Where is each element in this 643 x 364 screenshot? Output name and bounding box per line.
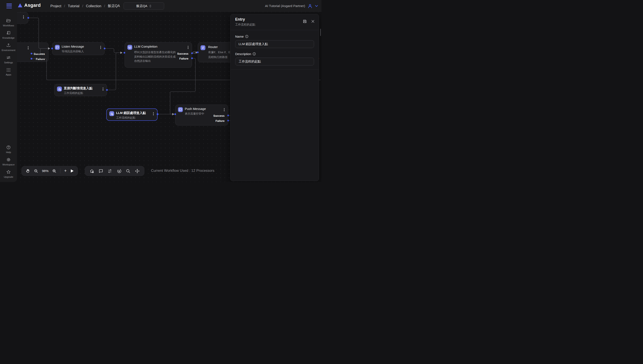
node-description-line1: 依據If、Else If、E	[208, 50, 230, 54]
node-menu-kebab-icon[interactable]	[23, 15, 24, 19]
breadcrumb-item-collection[interactable]: Collection	[86, 4, 101, 8]
sidebar-item-apps[interactable]: Apps	[0, 66, 17, 78]
breadcrumb-separator: /	[64, 4, 65, 8]
help-icon	[6, 145, 11, 150]
entry-point-icon	[109, 111, 114, 116]
message-tool-icon[interactable]	[98, 168, 103, 174]
zoom-level: 98%	[42, 169, 48, 173]
run-play-button[interactable]	[70, 169, 74, 173]
sort-chevrons-icon	[149, 4, 152, 8]
zoom-in-button[interactable]	[52, 169, 56, 173]
workflow-selector-dropdown[interactable]: 飯店QA	[124, 2, 164, 10]
chat-bubble-icon	[55, 45, 60, 50]
node-left-partial[interactable]: Success Failure	[17, 42, 48, 62]
node-subtitle: 工作流程的起點	[64, 91, 83, 95]
output-label-failure: Failure	[179, 57, 188, 60]
node-entry-llm-error-selected[interactable]: LLM 錯誤處理進入點 工作流程的起點	[106, 108, 158, 121]
entry-point-tool-icon[interactable]	[89, 168, 94, 174]
hamburger-menu-icon[interactable]	[6, 4, 12, 8]
node-subtitle: 表示流量控管中	[185, 112, 204, 116]
sidebar-top-group: Workflows Knowledge Environment	[0, 16, 17, 78]
node-title: LLM 錯誤處理進入點	[116, 111, 146, 115]
sidebar-item-workspace[interactable]: Workspace	[0, 155, 17, 168]
save-icon[interactable]	[303, 19, 307, 24]
entry-properties-panel: Entry 工作流程的起點 Name	[230, 14, 319, 181]
node-llm-completion[interactable]: LLM Completion 呼叫大型語言模型並產生結構化的資料輸出以輔助流程的…	[124, 42, 192, 68]
workflow-usage-status: Current Workflow Used : 12 Processors	[151, 168, 214, 173]
info-icon[interactable]	[252, 52, 256, 56]
user-menu[interactable]: AI Tutorial (Asgard Partner)	[265, 0, 318, 12]
chevron-down-icon[interactable]	[315, 5, 318, 7]
node-title: Listen Message	[62, 45, 84, 48]
output-label-failure: Failure	[36, 58, 45, 60]
description-field-label: Description	[235, 52, 314, 56]
sidebar-bottom-group: Help Workspace Upgrade	[0, 143, 17, 180]
sliders-icon	[6, 55, 11, 60]
star-icon	[6, 170, 11, 174]
sidebar-item-workflows[interactable]: Workflows	[0, 16, 17, 28]
user-avatar-icon[interactable]	[308, 4, 312, 8]
sidebar-item-help[interactable]: Help	[0, 143, 17, 155]
sidebar: Workflows Knowledge Environment	[0, 12, 17, 182]
apps-grid-icon	[6, 68, 11, 72]
breadcrumb-item-project[interactable]: Project	[50, 4, 61, 8]
output-label-failure: Failure	[216, 119, 224, 122]
sidebar-item-environment[interactable]: Environment	[0, 41, 17, 53]
toolbar-divider	[60, 168, 60, 174]
breadcrumb-separator: /	[82, 4, 83, 8]
node-menu-kebab-icon[interactable]	[187, 46, 189, 49]
description-input[interactable]: 工作流程的起點	[235, 58, 314, 66]
node-menu-kebab-icon[interactable]	[100, 46, 102, 49]
add-button[interactable]: +	[64, 168, 67, 173]
breadcrumb-item-tutorial[interactable]: Tutorial	[68, 4, 79, 8]
node-menu-kebab-icon[interactable]	[153, 112, 154, 116]
node-menu-kebab-icon[interactable]	[224, 108, 225, 112]
node-palette-toolbar	[85, 166, 144, 176]
output-label-success: Success	[34, 52, 45, 56]
node-collapsed-mini[interactable]	[17, 12, 28, 24]
node-title: LLM Completion	[134, 45, 157, 48]
breadcrumb: Project / Tutorial / Collection / 飯店QA	[50, 0, 120, 12]
search-tool-icon[interactable]	[126, 168, 130, 174]
logo-text: Asgard	[24, 2, 41, 8]
panel-subtitle: 工作流程的起點	[235, 23, 314, 26]
breadcrumb-item-current[interactable]: 飯店QA	[108, 4, 120, 8]
pan-hand-icon[interactable]	[26, 168, 30, 173]
chat-bubble-icon	[178, 107, 183, 112]
panel-body: Name LLM 錯誤處理進入點 Description 工作流程的起點	[230, 30, 319, 70]
info-icon[interactable]	[245, 35, 248, 38]
sidebar-item-settings[interactable]: Settings	[0, 53, 17, 66]
user-label: AI Tutorial (Asgard Partner)	[265, 4, 305, 8]
llm-icon	[127, 45, 132, 50]
node-title: Router	[208, 45, 218, 49]
node-entry-direct[interactable]: 直接判斷情境進入點 工作流程的起點	[54, 84, 107, 96]
node-listen-message[interactable]: Listen Message 等待訊息內容輸入	[52, 42, 104, 55]
canvas-zoom-toolbar: 98% +	[22, 166, 78, 176]
output-label-success: Success	[213, 114, 224, 117]
book-icon	[6, 30, 11, 36]
panel-section-divider	[230, 70, 319, 70]
close-icon[interactable]	[311, 20, 314, 23]
panel-header: Entry 工作流程的起點	[230, 14, 319, 30]
node-subtitle: 工作流程的起點	[116, 116, 136, 120]
name-input[interactable]: LLM 錯誤處理進入點	[235, 40, 314, 48]
node-title: 直接判斷情境進入點	[64, 86, 92, 90]
node-description: 呼叫大型語言模型並產生結構化的資料輸出以輔助流程的決策或生成自然語言輸出	[134, 50, 177, 63]
logo-triangle-icon	[18, 4, 22, 8]
sidebar-item-knowledge[interactable]: Knowledge	[0, 28, 17, 41]
node-menu-kebab-icon[interactable]	[28, 46, 29, 50]
llm-tool-icon[interactable]	[116, 168, 122, 174]
router-tool-icon[interactable]	[107, 168, 112, 174]
node-subtitle: 等待訊息內容輸入	[62, 50, 84, 53]
panel-scrollbar-thumb[interactable]	[320, 29, 321, 36]
app-logo[interactable]: Asgard	[18, 2, 41, 8]
zoom-out-button[interactable]	[34, 169, 38, 173]
node-menu-kebab-icon[interactable]	[102, 87, 104, 91]
fit-view-tool-icon[interactable]	[134, 168, 140, 174]
upload-icon	[6, 43, 11, 48]
node-title: Push Message	[185, 107, 206, 110]
sidebar-item-upgrade[interactable]: Upgrade	[0, 168, 17, 180]
node-push-message[interactable]: Push Message 表示流量控管中 Success Failure	[175, 104, 228, 126]
panel-title: Entry	[235, 17, 314, 22]
name-field-label: Name	[235, 35, 314, 38]
